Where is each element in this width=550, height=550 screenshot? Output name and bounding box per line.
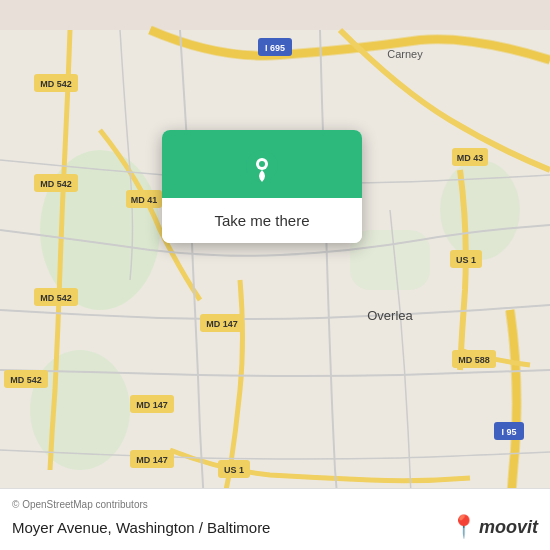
svg-text:MD 542: MD 542: [10, 375, 42, 385]
moovit-pin-icon: 📍: [450, 514, 477, 540]
moovit-label: moovit: [479, 517, 538, 538]
location-pin-icon: [244, 148, 280, 184]
moovit-logo: 📍 moovit: [450, 514, 538, 540]
location-popup: Take me there: [162, 130, 362, 243]
map-container: MD 542 MD 542 MD 542 MD 542 MD 41 MD 147…: [0, 0, 550, 550]
svg-text:MD 542: MD 542: [40, 293, 72, 303]
take-me-there-button[interactable]: Take me there: [162, 198, 362, 243]
svg-text:MD 43: MD 43: [457, 153, 484, 163]
svg-text:MD 147: MD 147: [136, 455, 168, 465]
svg-point-3: [440, 160, 520, 260]
address-text: Moyer Avenue, Washington / Baltimore: [12, 519, 270, 536]
svg-text:Overlea: Overlea: [367, 308, 413, 323]
svg-text:MD 41: MD 41: [131, 195, 158, 205]
popup-header: [162, 130, 362, 198]
svg-text:MD 542: MD 542: [40, 79, 72, 89]
map-svg: MD 542 MD 542 MD 542 MD 542 MD 41 MD 147…: [0, 0, 550, 550]
popup-card: Take me there: [162, 130, 362, 243]
bottom-bar: © OpenStreetMap contributors Moyer Avenu…: [0, 488, 550, 550]
address-bar: Moyer Avenue, Washington / Baltimore 📍 m…: [12, 514, 538, 540]
svg-text:I 695: I 695: [265, 43, 285, 53]
svg-text:MD 147: MD 147: [206, 319, 238, 329]
svg-rect-4: [350, 230, 430, 290]
svg-text:MD 147: MD 147: [136, 400, 168, 410]
svg-text:US 1: US 1: [224, 465, 244, 475]
svg-point-37: [259, 161, 265, 167]
svg-text:US 1: US 1: [456, 255, 476, 265]
svg-text:MD 542: MD 542: [40, 179, 72, 189]
copyright-text: © OpenStreetMap contributors: [12, 499, 538, 510]
svg-text:I 95: I 95: [501, 427, 516, 437]
svg-text:MD 588: MD 588: [458, 355, 490, 365]
svg-text:Carney: Carney: [387, 48, 423, 60]
